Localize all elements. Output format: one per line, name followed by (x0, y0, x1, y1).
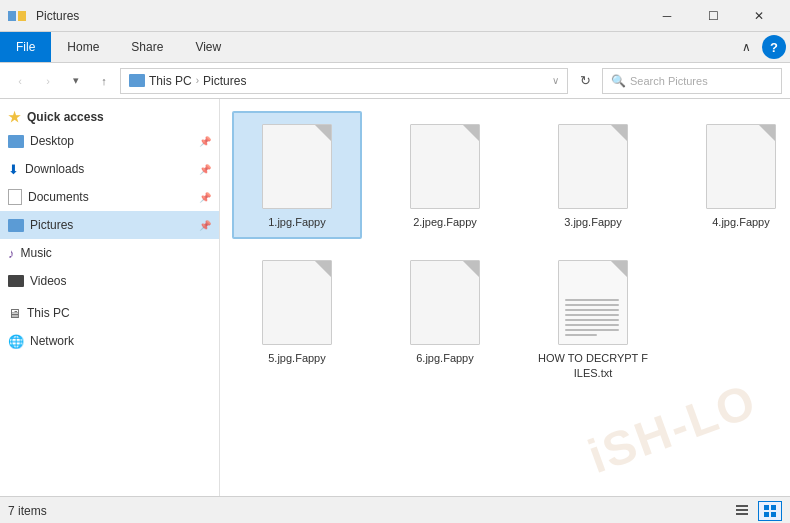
file-item-6[interactable]: 6.jpg.Fappy (380, 247, 510, 390)
refresh-button[interactable]: ↻ (572, 68, 598, 94)
file-corner-5 (315, 261, 331, 277)
sidebar-label-this-pc: This PC (27, 306, 70, 320)
file-page-5 (262, 260, 332, 345)
file-item-3[interactable]: 3.jpg.Fappy (528, 111, 658, 239)
line-3 (565, 309, 619, 311)
tab-home[interactable]: Home (51, 32, 115, 62)
file-item-4[interactable]: 4.jpg.Fappy (676, 111, 790, 239)
sidebar-label-music: Music (21, 246, 52, 260)
file-icon-6 (405, 257, 485, 347)
file-label-4: 4.jpg.Fappy (712, 215, 769, 229)
svg-rect-0 (736, 505, 748, 507)
dropdown-recent-button[interactable]: ▾ (64, 69, 88, 93)
pictures-icon (8, 219, 24, 232)
file-corner-4 (759, 125, 775, 141)
file-label-2: 2.jpeg.Fappy (413, 215, 477, 229)
tab-share[interactable]: Share (115, 32, 179, 62)
app-icon (8, 8, 28, 24)
svg-rect-1 (736, 509, 748, 511)
sidebar-item-network[interactable]: 🌐 Network (0, 327, 219, 355)
sidebar-item-videos[interactable]: Videos (0, 267, 219, 295)
file-item-7[interactable]: HOW TO DECRYPT FILES.txt (528, 247, 658, 390)
music-icon: ♪ (8, 246, 15, 261)
ribbon-tab-list: File Home Share View ∧ ? (0, 32, 790, 62)
line-4 (565, 314, 619, 316)
sidebar-item-pictures[interactable]: Pictures 📌 (0, 211, 219, 239)
line-5 (565, 319, 619, 321)
file-page-4 (706, 124, 776, 209)
minimize-button[interactable]: ─ (644, 0, 690, 32)
file-corner-2 (463, 125, 479, 141)
up-button[interactable]: ↑ (92, 69, 116, 93)
sidebar-label-downloads: Downloads (25, 162, 84, 176)
documents-icon (8, 189, 22, 205)
window-controls: ─ ☐ ✕ (644, 0, 782, 32)
pin-icon-desktop: 📌 (199, 136, 211, 147)
address-bar: ‹ › ▾ ↑ This PC › Pictures ∨ ↻ 🔍 Search … (0, 63, 790, 99)
file-label-5: 5.jpg.Fappy (268, 351, 325, 365)
view-toggle (730, 501, 782, 521)
file-item-2[interactable]: 2.jpeg.Fappy (380, 111, 510, 239)
main-layout: ★ Quick access Desktop 📌 ⬇ Downloads 📌 D… (0, 99, 790, 496)
network-icon: 🌐 (8, 334, 24, 349)
file-page-6 (410, 260, 480, 345)
file-grid: 1.jpg.Fappy 2.jpeg.Fappy 3.jpg.Fap (232, 111, 778, 390)
grid-view-icon (763, 504, 777, 518)
line-1 (565, 299, 619, 301)
file-corner-6 (463, 261, 479, 277)
svg-rect-3 (764, 505, 769, 510)
file-label-3: 3.jpg.Fappy (564, 215, 621, 229)
file-item-5[interactable]: 5.jpg.Fappy (232, 247, 362, 390)
ribbon-collapse-button[interactable]: ∧ (734, 35, 758, 59)
file-icon-1 (257, 121, 337, 211)
help-button[interactable]: ? (762, 35, 786, 59)
sidebar-label-pictures: Pictures (30, 218, 73, 232)
file-label-7: HOW TO DECRYPT FILES.txt (538, 351, 648, 380)
file-corner-3 (611, 125, 627, 141)
grid-view-button[interactable] (758, 501, 782, 521)
file-page-3 (558, 124, 628, 209)
path-this-pc: This PC (149, 74, 192, 88)
svg-rect-6 (771, 512, 776, 517)
pin-icon-pictures: 📌 (199, 220, 211, 231)
svg-rect-2 (736, 513, 748, 515)
quick-access-header: ★ Quick access (0, 103, 219, 127)
file-icon-3 (553, 121, 633, 211)
sidebar-item-downloads[interactable]: ⬇ Downloads 📌 (0, 155, 219, 183)
path-separator-1: › (196, 75, 199, 86)
address-dropdown-arrow[interactable]: ∨ (552, 75, 559, 86)
back-button[interactable]: ‹ (8, 69, 32, 93)
forward-button[interactable]: › (36, 69, 60, 93)
search-icon: 🔍 (611, 74, 626, 88)
file-icon-4 (701, 121, 781, 211)
sidebar: ★ Quick access Desktop 📌 ⬇ Downloads 📌 D… (0, 99, 220, 496)
sidebar-item-desktop[interactable]: Desktop 📌 (0, 127, 219, 155)
sidebar-item-music[interactable]: ♪ Music (0, 239, 219, 267)
pin-icon-documents: 📌 (199, 192, 211, 203)
file-lines (565, 299, 619, 336)
search-placeholder: Search Pictures (630, 75, 708, 87)
file-corner-7 (611, 261, 627, 277)
sidebar-item-documents[interactable]: Documents 📌 (0, 183, 219, 211)
file-page-1 (262, 124, 332, 209)
list-view-button[interactable] (730, 501, 754, 521)
file-item-1[interactable]: 1.jpg.Fappy (232, 111, 362, 239)
close-button[interactable]: ✕ (736, 0, 782, 32)
svg-rect-4 (771, 505, 776, 510)
status-bar: 7 items (0, 496, 790, 523)
tab-file[interactable]: File (0, 32, 51, 62)
file-page-2 (410, 124, 480, 209)
list-view-icon (735, 504, 749, 518)
title-bar: Pictures ─ ☐ ✕ (0, 0, 790, 32)
file-icon-7 (553, 257, 633, 347)
sidebar-label-network: Network (30, 334, 74, 348)
tab-view[interactable]: View (179, 32, 237, 62)
search-box[interactable]: 🔍 Search Pictures (602, 68, 782, 94)
sidebar-label-documents: Documents (28, 190, 89, 204)
line-8 (565, 334, 597, 336)
file-page-7 (558, 260, 628, 345)
file-label-1: 1.jpg.Fappy (268, 215, 325, 229)
sidebar-item-this-pc[interactable]: 🖥 This PC (0, 299, 219, 327)
address-path[interactable]: This PC › Pictures ∨ (120, 68, 568, 94)
maximize-button[interactable]: ☐ (690, 0, 736, 32)
